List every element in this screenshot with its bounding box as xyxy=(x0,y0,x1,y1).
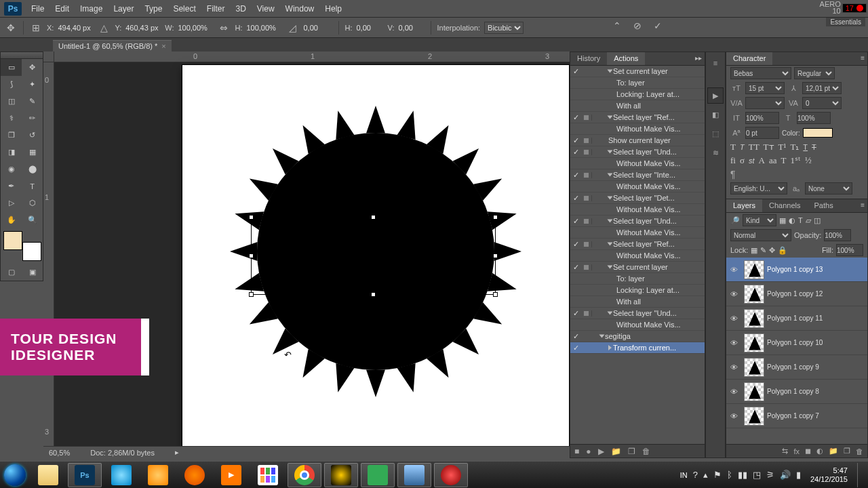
paragraph-icon[interactable]: ¶ xyxy=(726,167,867,181)
taskbar-explorer[interactable] xyxy=(31,463,65,487)
visibility-eye-icon[interactable]: 👁 xyxy=(726,363,741,371)
shape-tool[interactable]: ⬡ xyxy=(22,195,43,211)
w-input[interactable] xyxy=(178,22,213,34)
action-row[interactable]: ✓Select layer "Und... xyxy=(570,216,705,227)
x-input[interactable] xyxy=(58,22,93,34)
tray-lang[interactable]: IN xyxy=(680,471,688,479)
action-row[interactable]: Without Make Vis... xyxy=(570,204,705,216)
visibility-eye-icon[interactable]: 👁 xyxy=(726,412,741,420)
zoom-level[interactable]: 60,5% xyxy=(49,449,70,457)
lock-transparency-icon[interactable]: ▦ xyxy=(751,246,757,255)
blend-mode-select[interactable]: Normal xyxy=(730,229,791,241)
taskbar-app-dark[interactable] xyxy=(324,463,358,487)
tab-channels[interactable]: Channels xyxy=(762,199,807,212)
tray-up-icon[interactable]: ▴ xyxy=(703,470,708,480)
eyedropper-tool[interactable]: ✎ xyxy=(22,93,43,110)
action-row[interactable]: ✓Transform curren... xyxy=(570,342,705,354)
strip-icon-3[interactable]: ≋ xyxy=(707,144,724,161)
action-row[interactable]: ✓Select layer "Det... xyxy=(570,192,705,204)
taskbar-image-viewer[interactable] xyxy=(397,463,431,487)
screen-mode-icon[interactable]: ▣ xyxy=(22,264,43,281)
action-row[interactable]: With all xyxy=(570,100,705,112)
close-tab-icon[interactable]: × xyxy=(161,42,165,50)
tray-help-icon[interactable]: ? xyxy=(693,470,698,480)
filter-adjust-icon[interactable]: ◐ xyxy=(789,216,795,225)
tab-actions[interactable]: Actions xyxy=(607,52,645,65)
visibility-eye-icon[interactable]: 👁 xyxy=(726,314,741,323)
tray-wifi-icon[interactable]: ⚞ xyxy=(766,470,774,480)
crop-tool[interactable]: ◫ xyxy=(1,93,22,110)
menu-file[interactable]: File xyxy=(26,4,50,14)
visibility-eye-icon[interactable]: 👁 xyxy=(726,290,741,298)
menu-layer[interactable]: Layer xyxy=(108,4,139,14)
layer-style-icon[interactable]: fx xyxy=(793,447,800,455)
healing-tool[interactable]: ⚕ xyxy=(1,110,22,127)
layer-thumbnail[interactable] xyxy=(744,285,764,304)
stop-action-icon[interactable]: ■ xyxy=(574,447,579,456)
transform-bounding-box[interactable] xyxy=(251,217,496,295)
layer-thumbnail[interactable] xyxy=(744,358,764,377)
action-row[interactable]: Without Make Vis... xyxy=(570,123,705,135)
tab-history[interactable]: History xyxy=(570,52,607,65)
action-row[interactable]: Without Make Vis... xyxy=(570,181,705,192)
record-action-icon[interactable]: ● xyxy=(586,447,591,456)
taskbar-app-blue[interactable] xyxy=(104,463,138,487)
transform-center-icon[interactable] xyxy=(370,253,376,259)
stamp-tool[interactable]: ❐ xyxy=(1,127,22,144)
action-row[interactable]: Without Make Vis... xyxy=(570,250,705,262)
transform-handle-s[interactable] xyxy=(371,292,376,297)
y-input[interactable] xyxy=(125,22,161,34)
layer-thumbnail[interactable] xyxy=(744,407,764,426)
statusbar-arrow-icon[interactable]: ▸ xyxy=(175,448,179,457)
commit-transform-icon[interactable]: ✓ xyxy=(651,19,665,33)
transform-handle-e[interactable] xyxy=(493,253,498,258)
action-row[interactable]: ✓Select layer "Und... xyxy=(570,308,705,319)
new-action-icon[interactable]: ❐ xyxy=(628,447,635,456)
panel-menu-icon[interactable]: ≡ xyxy=(861,201,865,209)
new-set-icon[interactable]: 📁 xyxy=(611,447,621,456)
panel-menu-icon[interactable]: ≡ xyxy=(707,55,724,71)
font-family-select[interactable]: Bebas xyxy=(730,67,791,79)
opentype-A[interactable]: A xyxy=(759,155,765,166)
play-action-icon[interactable]: ▶ xyxy=(598,447,604,456)
tab-layers[interactable]: Layers xyxy=(726,199,762,212)
baseline-input[interactable] xyxy=(745,127,779,139)
delete-action-icon[interactable]: 🗑 xyxy=(642,447,650,456)
zoom-tool[interactable]: 🔍 xyxy=(22,211,43,228)
layer-row[interactable]: 👁Polygon 1 copy 9 xyxy=(726,355,867,380)
taskbar-app-orange[interactable] xyxy=(141,463,175,487)
layer-row[interactable]: 👁Polygon 1 copy 12 xyxy=(726,282,867,306)
action-row[interactable]: ✓Select layer "Ref... xyxy=(570,239,705,250)
action-row[interactable]: Without Make Vis... xyxy=(570,227,705,239)
workspace-switcher[interactable]: Essentials xyxy=(826,18,865,26)
smallcaps-button[interactable]: Tᴛ xyxy=(764,142,774,152)
visibility-eye-icon[interactable]: 👁 xyxy=(726,266,741,274)
doc-info[interactable]: Doc: 2,86M/0 bytes xyxy=(90,449,155,457)
h-input[interactable] xyxy=(246,22,281,34)
opentype-sigma[interactable]: σ xyxy=(740,155,745,166)
panel-grip[interactable] xyxy=(1,52,43,59)
menu-3d[interactable]: 3D xyxy=(230,4,251,14)
menu-window[interactable]: Window xyxy=(280,4,320,14)
layer-row[interactable]: 👁Polygon 1 copy 13 xyxy=(726,258,867,282)
action-row[interactable]: With all xyxy=(570,296,705,308)
action-row[interactable]: Without Make Vis... xyxy=(570,158,705,169)
action-row[interactable]: Without Make Vis... xyxy=(570,319,705,331)
filter-type-icon[interactable]: T xyxy=(798,216,803,224)
collapse-panel-icon[interactable]: ▸▸ xyxy=(695,54,702,62)
action-row[interactable]: ✓Select layer "Ref... xyxy=(570,112,705,123)
strike-button[interactable]: T xyxy=(812,142,816,152)
transform-handle-nw[interactable] xyxy=(249,215,254,220)
dodge-tool[interactable]: ⬤ xyxy=(22,161,43,178)
opentype-1st[interactable]: 1ˢᵗ xyxy=(790,155,801,166)
pen-tool[interactable]: ✒ xyxy=(1,178,22,195)
action-row[interactable]: Locking: Layer at... xyxy=(570,89,705,100)
layer-list[interactable]: 👁Polygon 1 copy 13👁Polygon 1 copy 12👁Pol… xyxy=(726,258,867,444)
color-swatches[interactable] xyxy=(3,231,41,261)
cancel-transform-icon[interactable]: ⊘ xyxy=(631,19,644,33)
taskbar-recorder[interactable] xyxy=(434,463,468,487)
fill-input[interactable] xyxy=(836,244,863,256)
opentype-st[interactable]: st xyxy=(749,155,755,166)
brush-tool[interactable]: ✏ xyxy=(22,110,43,127)
tray-action-center-icon[interactable]: ⚑ xyxy=(713,470,722,480)
